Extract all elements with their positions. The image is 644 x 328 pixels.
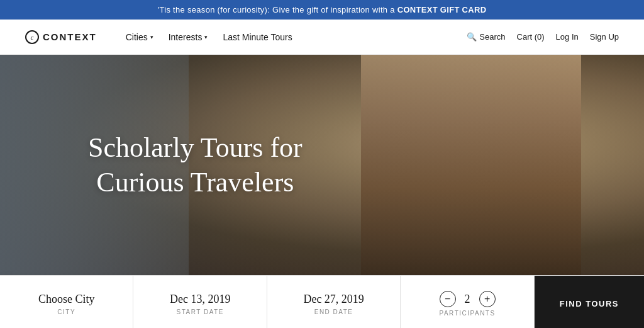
hero-title-line2: Curious Travelers xyxy=(96,167,294,198)
find-tours-button[interactable]: Find Tours xyxy=(535,276,644,328)
search-button[interactable]: 🔍 Search xyxy=(467,32,505,42)
participants-field: − 2 + Participants xyxy=(401,276,534,328)
logo[interactable]: c CONTEXT xyxy=(25,30,97,44)
chevron-down-icon: ▾ xyxy=(204,34,208,40)
chevron-down-icon: ▾ xyxy=(150,34,153,40)
hero-section: Scholarly Tours for Curious Travelers xyxy=(0,55,644,275)
nav-last-minute[interactable]: Last Minute Tours xyxy=(216,27,298,47)
increment-participants-button[interactable]: + xyxy=(479,291,496,307)
participants-value: 2 xyxy=(465,293,470,306)
nav-cities-label: Cities xyxy=(126,32,148,42)
decrement-participants-button[interactable]: − xyxy=(440,291,456,307)
main-nav: Cities ▾ Interests ▾ Last Minute Tours xyxy=(119,27,467,47)
hero-title: Scholarly Tours for Curious Travelers xyxy=(88,130,303,200)
hero-content: Scholarly Tours for Curious Travelers xyxy=(88,130,303,200)
cart-label: Cart (0) xyxy=(517,32,545,42)
header: c CONTEXT Cities ▾ Interests ▾ Last Minu… xyxy=(0,20,644,55)
city-label: City xyxy=(57,308,75,315)
end-date-field[interactable]: Dec 27, 2019 End Date xyxy=(267,276,401,328)
start-date-label: Start Date xyxy=(176,308,223,315)
signup-label: Sign Up xyxy=(590,32,619,42)
login-label: Log In xyxy=(556,32,579,42)
nav-right: 🔍 Search Cart (0) Log In Sign Up xyxy=(467,32,619,42)
search-icon: 🔍 xyxy=(467,32,477,42)
nav-interests[interactable]: Interests ▾ xyxy=(162,27,214,47)
start-date-field[interactable]: Dec 13, 2019 Start Date xyxy=(133,276,267,328)
logo-icon: c xyxy=(25,30,39,44)
cart-button[interactable]: Cart (0) xyxy=(517,32,545,42)
city-field[interactable]: Choose City City xyxy=(0,276,133,328)
end-date-value: Dec 27, 2019 xyxy=(303,293,364,306)
signup-button[interactable]: Sign Up xyxy=(590,32,619,42)
banner-text: 'Tis the season (for curiosity): Give th… xyxy=(158,5,397,14)
nav-interests-label: Interests xyxy=(169,32,203,42)
nav-last-minute-label: Last Minute Tours xyxy=(223,32,292,42)
end-date-label: End Date xyxy=(314,308,353,315)
top-banner: 'Tis the season (for curiosity): Give th… xyxy=(0,0,644,20)
banner-bold[interactable]: CONTEXT GIFT CARD xyxy=(397,5,487,14)
city-value: Choose City xyxy=(38,293,95,306)
search-bar: Choose City City Dec 13, 2019 Start Date… xyxy=(0,275,644,328)
logo-text: CONTEXT xyxy=(43,31,97,42)
participants-label: Participants xyxy=(440,310,496,317)
hero-title-line1: Scholarly Tours for xyxy=(88,132,303,163)
participants-controls: − 2 + xyxy=(440,291,496,307)
search-label: Search xyxy=(479,32,505,42)
nav-cities[interactable]: Cities ▾ xyxy=(119,27,160,47)
start-date-value: Dec 13, 2019 xyxy=(170,293,230,306)
login-button[interactable]: Log In xyxy=(556,32,579,42)
